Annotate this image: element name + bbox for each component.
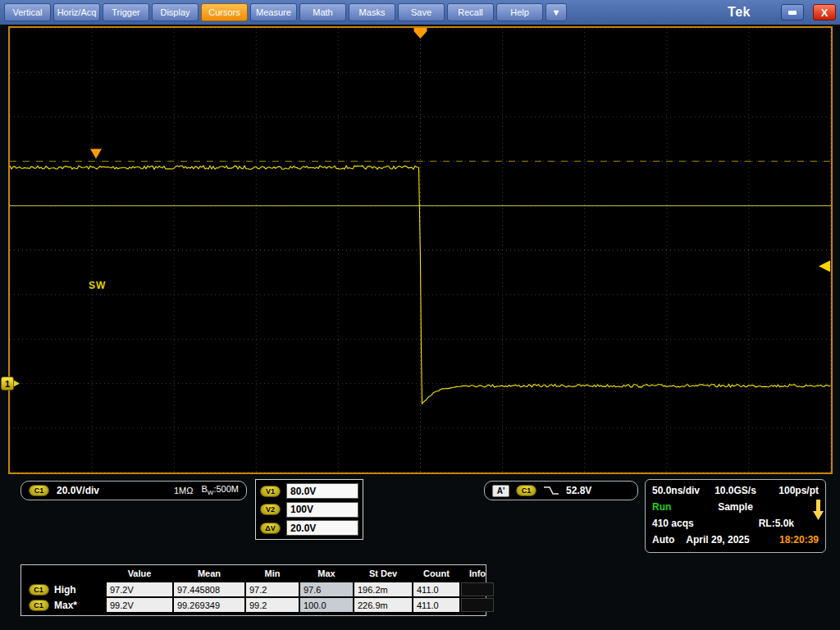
cursor-row: V180.0V [260, 482, 358, 500]
channel1-scale: 20.0V/div [57, 485, 99, 496]
falling-edge-icon [543, 485, 559, 496]
meas-cell: 99.2 [246, 598, 299, 612]
run-row: Run Sample [652, 499, 819, 515]
menu-button-masks[interactable]: Masks [349, 3, 395, 21]
meas-cell: 196.2m [354, 582, 412, 596]
menu-button-math[interactable]: Math [299, 3, 346, 21]
cursor-value-field[interactable]: 20.0V [286, 520, 358, 536]
channel1-bandwidth: BW:500M [202, 484, 239, 496]
channel1-readout[interactable]: C1 20.0V/div 1MΩ BW:500M [21, 481, 247, 500]
meas-header-info: Info [461, 568, 494, 581]
meas-header-spacer [25, 568, 52, 581]
timebase: 50.0ns/div [652, 485, 700, 496]
meas-header-spacer [54, 568, 105, 581]
menu-button-measure[interactable]: Measure [250, 3, 297, 21]
channel1-ground-marker[interactable]: 1 [1, 377, 14, 390]
meas-badge-cell: C1 [25, 600, 52, 611]
titlebar-right: Tek X [728, 4, 836, 21]
meas-cell: 411.0 [413, 598, 459, 612]
horizontal-row: 50.0ns/div 10.0GS/s 100ps/pt [652, 482, 819, 499]
cursor-badge-3: ΔV [260, 523, 281, 534]
trigger-level-readout: 52.8V [566, 485, 591, 496]
measurement-row: C1High97.2V97.44580897.297.6196.2m411.0 [25, 582, 482, 596]
meas-badge-cell: C1 [25, 584, 52, 596]
menu-button-trigger[interactable]: Trigger [103, 3, 149, 21]
trigger-a-badge: A' [492, 485, 509, 497]
date-row: Auto April 29, 2025 18:20:39 [652, 532, 819, 548]
menu-button-cursors[interactable]: Cursors [201, 3, 248, 21]
menu-button-display[interactable]: Display [152, 3, 199, 21]
meas-header-mean: Mean [174, 568, 244, 581]
menu-button-vertical[interactable]: Vertical [4, 3, 51, 21]
measurement-table: ValueMeanMinMaxSt DevCountInfo C1High97.… [21, 564, 486, 616]
minimize-button[interactable] [781, 4, 804, 21]
meas-cell: 411.0 [413, 582, 459, 596]
meas-source-badge: C1 [29, 600, 49, 611]
meas-cell: 226.9m [354, 598, 412, 612]
resolution: 100ps/pt [778, 485, 819, 496]
meas-cell: 99.269349 [174, 598, 244, 612]
menu-button-save[interactable]: Save [398, 3, 445, 21]
record-length: RL:5.0k [759, 518, 794, 529]
cursor-row: ΔV20.0V [260, 519, 358, 536]
run-state: Run [652, 501, 671, 513]
menu-button-horiz-acq[interactable]: Horiz/Acq [53, 3, 100, 21]
acq-count-row: 410 acqs RL:5.0k [652, 515, 819, 532]
meas-cell: 97.2 [246, 582, 299, 596]
sample-rate: 10.0GS/s [714, 485, 756, 496]
acq-time: 18:20:39 [779, 534, 819, 546]
meas-header-count: Count [413, 568, 459, 581]
channel1-impedance: 1MΩ [174, 486, 194, 495]
meas-cell: 97.445808 [174, 582, 244, 596]
acq-date: April 29, 2025 [686, 534, 749, 546]
tek-logo: Tek [728, 5, 751, 20]
cursor-marker[interactable] [90, 149, 102, 159]
menu-dropdown-button[interactable]: ▼ [546, 3, 567, 21]
menu-bar: VerticalHoriz/AcqTriggerDisplayCursorsMe… [0, 0, 840, 25]
cursor-row: V2100V [260, 501, 358, 518]
cursor-value-field[interactable]: 100V [286, 502, 358, 518]
acquisition-panel: 50.0ns/div 10.0GS/s 100ps/pt Run Sample … [645, 479, 826, 553]
minimize-icon [788, 11, 797, 15]
measurement-rows: C1High97.2V97.44580897.297.6196.2m411.0C… [25, 582, 482, 612]
cursor-badge-2: V2 [260, 504, 281, 515]
meas-cell [461, 598, 494, 612]
meas-header-min: Min [246, 568, 299, 581]
measurement-row: C1Max*99.2V99.26934999.2100.0226.9m411.0 [25, 598, 482, 612]
marker-down-arrow-icon[interactable] [813, 499, 824, 521]
meas-source-badge: C1 [29, 584, 49, 596]
meas-cell: 99.2V [107, 598, 172, 612]
meas-header-st-dev: St Dev [354, 568, 412, 581]
trigger-level-marker[interactable] [819, 261, 830, 272]
meas-header-max: Max [300, 568, 353, 581]
meas-name: Max* [54, 600, 105, 611]
trigger-mode: Auto [652, 534, 674, 546]
menu: VerticalHoriz/AcqTriggerDisplayCursorsMe… [4, 3, 567, 21]
cursor-readout-box: V180.0VV2100VΔV20.0V [255, 479, 363, 540]
tekscope-window: VerticalHoriz/AcqTriggerDisplayCursorsMe… [0, 0, 840, 630]
cursor-badge-1: V1 [260, 486, 281, 497]
trigger-position-marker[interactable] [414, 28, 427, 39]
measurement-header-row: ValueMeanMinMaxSt DevCountInfo [25, 568, 482, 581]
waveform-c1-trace [10, 166, 831, 404]
meas-header-value: Value [107, 568, 172, 581]
menu-button-recall[interactable]: Recall [447, 3, 494, 21]
meas-cell [461, 582, 494, 596]
channel1-badge: C1 [29, 485, 49, 496]
meas-cell: 100.0 [300, 598, 353, 612]
trigger-readout[interactable]: A' C1 52.8V [484, 481, 638, 500]
meas-name: High [54, 584, 105, 596]
meas-cell: 97.2V [107, 582, 172, 596]
waveform-label-sw: SW [89, 280, 106, 291]
waveform-display [10, 28, 831, 472]
scope-display-bezel [8, 26, 833, 474]
meas-cell: 97.6 [300, 582, 353, 596]
acq-count: 410 acqs [652, 518, 694, 529]
cursor-value-field[interactable]: 80.0V [286, 483, 358, 499]
trigger-source-badge: C1 [516, 485, 536, 496]
close-button[interactable]: X [813, 4, 836, 21]
menu-button-help[interactable]: Help [496, 3, 543, 21]
acq-mode: Sample [718, 501, 753, 513]
channel1-coupling: 1MΩ BW:500M [174, 484, 239, 496]
